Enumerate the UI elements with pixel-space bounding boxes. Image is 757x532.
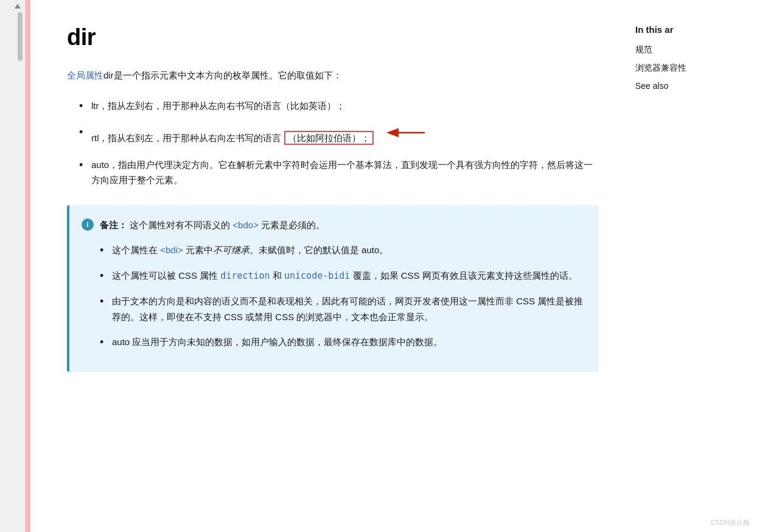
note-first-line: 备注： 这个属性对有不同语义的 <bdo> 元素是必须的。 xyxy=(100,217,325,233)
note-list: 这个属性在 <bdi> 元素中不可继承。未赋值时，它的默认值是 auto。 这个… xyxy=(100,242,584,350)
note-label: 备注： xyxy=(100,220,127,230)
right-sidebar: In this ar 规范 浏览器兼容性 See also xyxy=(635,0,757,532)
scrollbar-thumb[interactable] xyxy=(18,12,23,61)
sidebar-item-browser-compat[interactable]: 浏览器兼容性 xyxy=(635,63,747,74)
note-box: i 备注： 这个属性对有不同语义的 <bdo> 元素是必须的。 这个属性在 <b… xyxy=(67,205,599,372)
sidebar-item-see-also[interactable]: See also xyxy=(635,81,747,91)
bullet-rtl-content: rtl，指从右到左，用于那种从右向左书写的语言 （比如阿拉伯语）； xyxy=(91,133,431,143)
main-bullet-list: ltr，指从左到右，用于那种从左向右书写的语言（比如英语）； rtl，指从右到左… xyxy=(79,98,599,188)
unicode-bidi-link[interactable]: unicode-bidi xyxy=(284,270,350,281)
sidebar-item-guifan[interactable]: 规范 xyxy=(635,44,747,55)
scrollbar-arrow-up[interactable] xyxy=(15,4,21,9)
bullet-rtl: rtl，指从右到左，用于那种从右向左书写的语言 （比如阿拉伯语）； xyxy=(79,124,599,146)
bullet-auto: auto，指由用户代理决定方向。它在解析元素中字符时会运用一个基本算法，直到发现… xyxy=(79,157,599,188)
sidebar-nav: 规范 浏览器兼容性 See also xyxy=(635,44,747,91)
note-icon: i xyxy=(82,219,94,231)
note-item-3: 由于文本的方向是和内容的语义而不是和表现相关，因此有可能的话，网页开发者使用这一… xyxy=(100,293,584,324)
bdo-link[interactable]: <bdo> xyxy=(232,220,259,230)
sidebar-header: In this ar xyxy=(635,24,747,35)
bullet-ltr: ltr，指从左到右，用于那种从左向右书写的语言（比如英语）； xyxy=(79,98,599,114)
page-title: dir xyxy=(67,24,599,51)
direction-link[interactable]: direction xyxy=(220,270,270,281)
rtl-highlight-box: （比如阿拉伯语）； xyxy=(284,131,374,145)
intro-paragraph: 全局属性dir是一个指示元素中文本方向的枚举属性。它的取值如下： xyxy=(67,68,599,83)
global-attr-link[interactable]: 全局属性 xyxy=(67,70,103,80)
intro-text-rest: dir是一个指示元素中文本方向的枚举属性。它的取值如下： xyxy=(103,70,342,80)
note-item-2: 这个属性可以被 CSS 属性 direction 和 unicode-bidi … xyxy=(100,268,584,284)
bullet-rtl-text-before: rtl，指从右到左，用于那种从右向左书写的语言 xyxy=(91,133,282,143)
note-first-text: 这个属性对有不同语义的 xyxy=(130,220,232,230)
note-header: i 备注： 这个属性对有不同语义的 <bdo> 元素是必须的。 xyxy=(82,217,584,233)
note-first-end: 元素是必须的。 xyxy=(261,220,325,230)
bullet-ltr-text: ltr，指从左到右，用于那种从左向右书写的语言（比如英语）； xyxy=(91,100,346,111)
red-arrow-icon xyxy=(382,124,431,141)
left-margin-highlight xyxy=(26,0,30,532)
scrollbar-area xyxy=(0,0,26,532)
arrow-annotation xyxy=(382,124,431,141)
main-content: dir 全局属性dir是一个指示元素中文本方向的枚举属性。它的取值如下： ltr… xyxy=(30,0,635,532)
watermark: CSDN@云栈 xyxy=(711,518,750,527)
note-item-4: auto 应当用于方向未知的数据，如用户输入的数据，最终保存在数据库中的数据。 xyxy=(100,334,584,350)
note-item-1: 这个属性在 <bdi> 元素中不可继承。未赋值时，它的默认值是 auto。 xyxy=(100,242,584,258)
bullet-auto-text: auto，指由用户代理决定方向。它在解析元素中字符时会运用一个基本算法，直到发现… xyxy=(91,159,593,186)
bdi-link[interactable]: <bdi> xyxy=(160,245,183,255)
